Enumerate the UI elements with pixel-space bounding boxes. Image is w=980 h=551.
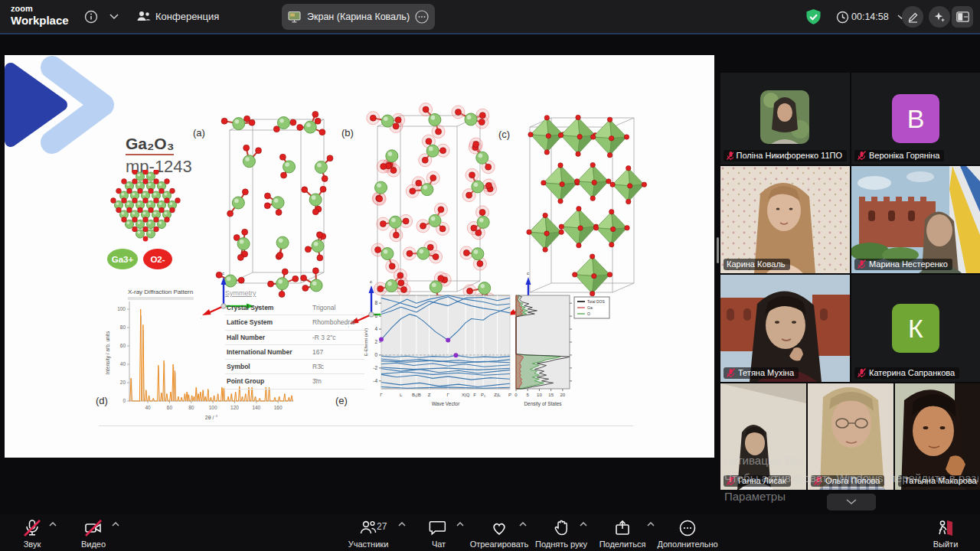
table-row: International Number167 <box>225 345 364 360</box>
sidebar-scrollbar[interactable] <box>717 237 719 263</box>
svg-text:15: 15 <box>548 393 554 397</box>
svg-text:40: 40 <box>120 361 126 367</box>
more-button[interactable]: Дополнительно <box>649 514 726 549</box>
participant-name-badge: Ганна Лисак <box>724 475 791 487</box>
leave-button[interactable]: Выйти <box>920 514 971 549</box>
table-row: Hall Number-R 3 2"c <box>225 331 364 345</box>
svg-text:c: c <box>527 271 529 276</box>
raise-hand-menu-chevron[interactable] <box>580 522 587 527</box>
view-layout-button[interactable] <box>952 6 973 28</box>
participant-tile[interactable]: К Катерина Сапранкова <box>851 275 980 382</box>
svg-text:Density of States: Density of States <box>524 401 562 407</box>
participant-name-badge: Поліна Никифоренко 11ПО <box>724 150 847 161</box>
audio-menu-chevron[interactable] <box>49 522 57 527</box>
clock-icon <box>836 11 849 24</box>
meeting-timer: 00:14:58 <box>851 11 889 22</box>
slide-divider <box>99 425 633 426</box>
share-screen-button[interactable]: Поделиться <box>592 514 653 549</box>
video-menu-chevron[interactable] <box>112 522 119 527</box>
muted-mic-icon <box>727 151 733 160</box>
chat-button[interactable]: Чат <box>417 514 460 549</box>
participant-name-badge: Марина Нестеренко <box>854 259 952 270</box>
screen-share-icon <box>288 11 302 23</box>
meeting-tab-label[interactable]: Конференция <box>155 11 219 22</box>
svg-text:O: O <box>587 311 590 316</box>
ai-companion-button[interactable] <box>929 6 950 28</box>
svg-text:100: 100 <box>117 306 126 311</box>
muted-mic-icon <box>858 259 866 269</box>
svg-text:0: 0 <box>514 393 518 397</box>
muted-mic-icon <box>22 518 42 538</box>
participant-name-badge: Ольга Попова <box>811 475 884 487</box>
svg-text:P: P <box>508 393 511 397</box>
chevron-down-icon[interactable] <box>109 14 119 20</box>
shared-screen-content: Ga₂O₃ mp-1243 Ga3+ O2- (a) (b) (c) (d) (… <box>5 55 714 458</box>
participant-video <box>720 275 850 382</box>
svg-text:60: 60 <box>167 405 173 410</box>
svg-text:20: 20 <box>120 380 126 385</box>
svg-text:c: c <box>370 279 372 284</box>
participant-tile[interactable]: Марина Нестеренко <box>851 166 980 273</box>
svg-text:L: L <box>400 393 403 397</box>
muted-mic-icon <box>727 476 735 485</box>
svg-text:80: 80 <box>120 324 126 330</box>
raise-hand-button[interactable]: Поднять руку <box>524 514 598 549</box>
info-icon[interactable] <box>84 10 98 24</box>
crystal-cluster-image <box>110 170 181 243</box>
annotate-button[interactable] <box>902 6 923 28</box>
participant-tile[interactable]: B Вероніка Горяніна <box>851 73 980 165</box>
svg-text:6: 6 <box>374 313 377 318</box>
svg-text:2: 2 <box>374 339 377 344</box>
security-shield-icon[interactable] <box>805 8 822 26</box>
material-title: Ga₂O₃ <box>126 135 174 155</box>
table-row: Crystal SystemTrigonal <box>225 301 364 315</box>
participant-tile[interactable]: Татьяна Макарова <box>895 383 980 490</box>
layout-grid-icon <box>956 11 969 22</box>
svg-text:Intensity / arb. units: Intensity / arb. units <box>105 331 111 374</box>
svg-text:40: 40 <box>145 405 151 410</box>
svg-text:100: 100 <box>209 405 217 410</box>
leave-meeting-icon <box>936 518 956 538</box>
participant-name-badge: Катерина Сапранкова <box>854 367 959 379</box>
svg-text:140: 140 <box>252 405 260 410</box>
pencil-icon <box>907 11 919 23</box>
table-row: Point Group3̄m <box>225 374 364 389</box>
chevron-down-icon <box>846 499 857 505</box>
participant-tile[interactable]: Тетяна Мухіна <box>720 275 850 382</box>
participants-button[interactable]: Участники <box>334 514 403 549</box>
participant-tile[interactable]: Ганна Лисак <box>720 383 806 490</box>
muted-mic-icon <box>858 151 866 160</box>
participant-tile[interactable]: Ольга Попова <box>808 383 893 490</box>
participant-name-badge: Татьяна Макарова <box>898 475 977 487</box>
svg-text:Z: Z <box>428 393 431 397</box>
svg-text:5: 5 <box>527 393 530 397</box>
participants-menu-chevron[interactable] <box>398 522 406 527</box>
svg-text:20: 20 <box>560 393 566 397</box>
svg-text:c: c <box>222 271 224 276</box>
muted-mic-icon <box>814 476 822 485</box>
top-bar: zoom Workplace Конференция Экран (Карина… <box>0 0 980 34</box>
svg-text:B₁|B: B₁|B <box>412 393 421 397</box>
collapse-thumbnails-button[interactable] <box>827 494 876 510</box>
participant-name-badge: Тетяна Мухіна <box>724 367 799 379</box>
participants-icon <box>358 518 378 538</box>
audio-button[interactable]: Звук <box>9 514 55 549</box>
symmetry-header: Symmetry <box>225 289 364 297</box>
sparkle-icon <box>933 11 946 23</box>
participant-initial-avatar: B <box>892 94 939 143</box>
participant-video <box>720 166 850 273</box>
video-button[interactable]: Видео <box>70 514 116 549</box>
participant-video <box>720 383 806 490</box>
screen-share-tab[interactable]: Экран (Карина Коваль) <box>282 4 435 30</box>
svg-text:160: 160 <box>274 405 283 410</box>
meeting-people-icon <box>136 10 151 23</box>
svg-text:2θ / °: 2θ / ° <box>205 415 218 420</box>
participant-name-badge: Вероніка Горяніна <box>854 150 944 161</box>
more-ellipsis-icon <box>678 518 697 538</box>
participant-tile-active-speaker[interactable]: Карина Коваль <box>720 166 850 273</box>
participant-video <box>851 166 980 273</box>
slide-logo-arrows <box>5 55 119 155</box>
svg-text:Γ: Γ <box>380 393 383 397</box>
participant-tile[interactable]: Поліна Никифоренко 11ПО <box>720 73 850 165</box>
tab-more-icon[interactable] <box>415 10 429 24</box>
